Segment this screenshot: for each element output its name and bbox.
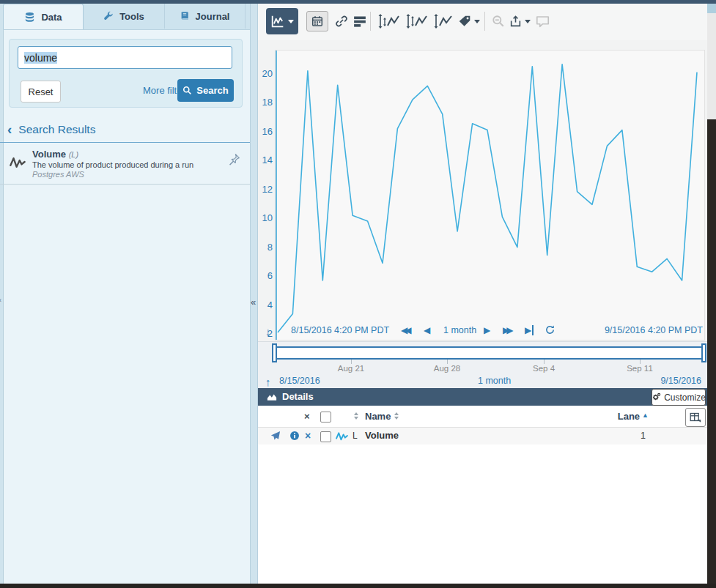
toolbar-separator [370, 12, 371, 31]
pin-icon[interactable] [228, 153, 240, 165]
sidebar-tab-bar: Data Tools Journal [3, 4, 250, 30]
details-table-empty-area [258, 444, 707, 584]
tab-data[interactable]: Data [3, 4, 84, 29]
search-input[interactable]: volume [18, 46, 232, 69]
chart-area: 2468101214161820 Aug 22Aug 29Sep 5Sep 12 [258, 40, 707, 359]
info-icon[interactable] [289, 431, 300, 441]
sidebar-collapse-handle[interactable]: « [250, 4, 258, 584]
y-tick-label: 12 [258, 184, 273, 195]
search-button[interactable]: Search [177, 79, 234, 102]
reset-button-label: Reset [29, 86, 53, 97]
comment-icon [536, 15, 550, 28]
signal-icon [10, 155, 26, 168]
details-table-row-volume[interactable]: × L Volume 1 [258, 428, 707, 444]
display-range-toolbar: ↓ 8/15/2016 4:20 PM PDT ◀◀ ◀ 1 month ▶ ▶… [258, 322, 707, 341]
result-item-unit: (L) [69, 150, 78, 159]
auto-scale-icon [433, 13, 454, 29]
display-range-duration[interactable]: 1 month [443, 325, 476, 335]
slider-tick-label: Sep 11 [627, 364, 653, 373]
tab-journal[interactable]: Journal [164, 4, 246, 29]
details-title: Details [282, 391, 314, 402]
add-column-button[interactable] [685, 408, 706, 427]
gears-icon [652, 392, 661, 402]
column-lane-header[interactable]: Lane▲ [618, 411, 649, 422]
row-lane-value: 1 [641, 431, 646, 441]
step-forward-icon[interactable]: ▶ [484, 325, 490, 335]
y-axis-tick-labels: 2468101214161820 [258, 50, 273, 339]
tab-tools-label: Tools [119, 11, 144, 22]
calendar-button[interactable] [306, 11, 328, 31]
reset-button[interactable]: Reset [21, 81, 61, 103]
tab-tools[interactable]: Tools [84, 4, 165, 29]
lanes-button[interactable] [353, 14, 367, 29]
range-slider-labels: Aug 21Aug 28Sep 4Sep 11 [275, 364, 704, 374]
row-name[interactable]: Volume [365, 430, 399, 441]
result-item-title: Volume (L) [32, 149, 78, 160]
search-icon [182, 86, 192, 95]
wrench-icon [103, 11, 114, 21]
slider-tick-label: Sep 4 [533, 364, 555, 373]
collapse-left-icon[interactable]: ‹ [0, 297, 1, 304]
investigate-range-up-icon[interactable]: ↑ [265, 376, 271, 388]
chevron-down-icon [288, 20, 294, 23]
link-icon [335, 15, 348, 28]
y-tick-label: 10 [258, 212, 273, 223]
step-forward-large-icon[interactable]: ▶▶ [503, 325, 513, 335]
range-slider-track[interactable] [273, 346, 705, 360]
customize-button[interactable]: Customize [652, 389, 706, 406]
chart-type-dropdown-button[interactable] [266, 8, 298, 34]
tab-data-label: Data [41, 12, 62, 23]
investigate-range-down-icon[interactable]: ↓ [265, 325, 271, 338]
export-button[interactable] [509, 13, 531, 29]
investigate-range-end[interactable]: 9/15/2016 [660, 376, 701, 386]
sort-asc-icon: ▲ [642, 412, 649, 419]
comment-button[interactable] [535, 15, 550, 28]
window-right-gutter [707, 13, 716, 119]
step-back-icon[interactable]: ◀ [424, 325, 430, 335]
tab-journal-label: Journal [196, 11, 230, 22]
result-item-description: The volume of product produced during a … [32, 160, 193, 169]
y-tick-label: 6 [258, 270, 273, 281]
one-axis-button[interactable] [405, 13, 429, 29]
result-item-name: Volume [32, 149, 66, 160]
step-back-large-icon[interactable]: ◀◀ [401, 325, 411, 335]
search-results-back-link[interactable]: ‹ Search Results [7, 123, 95, 136]
zoom-out-button[interactable] [491, 14, 506, 29]
result-item-volume[interactable]: Volume (L) The volume of product produce… [0, 143, 250, 185]
row-checkbox[interactable] [320, 431, 331, 442]
search-results-title: Search Results [18, 123, 95, 136]
auto-scale-button[interactable] [433, 13, 454, 29]
link-button[interactable] [334, 14, 349, 29]
row-signal-type: L [353, 431, 358, 441]
sort-icon[interactable] [394, 412, 399, 420]
desktop-bottom-edge [0, 584, 716, 588]
toolbar-separator [484, 12, 485, 31]
one-lane-button[interactable] [377, 13, 401, 29]
display-range-end[interactable]: 9/15/2016 4:20 PM PDT [605, 325, 703, 335]
trend-plot[interactable] [275, 50, 705, 340]
select-all-checkbox[interactable] [320, 412, 331, 423]
customize-label: Customize [664, 392, 706, 403]
line-chart-icon [271, 15, 284, 28]
step-to-end-icon[interactable]: ▶ [525, 325, 534, 335]
area-chart-icon [267, 392, 277, 401]
collapse-icon: « [251, 297, 256, 308]
column-name-header[interactable]: Name [365, 411, 391, 422]
zoom-out-icon [492, 15, 505, 28]
remove-all-icon[interactable]: × [304, 411, 310, 422]
navigate-to-icon[interactable] [270, 431, 281, 442]
display-range-start[interactable]: 8/15/2016 4:20 PM PDT [291, 325, 389, 335]
refresh-icon[interactable] [545, 324, 556, 335]
investigate-range-start[interactable]: 8/15/2016 [279, 376, 320, 386]
labels-dropdown-button[interactable] [457, 13, 481, 29]
investigate-range-duration[interactable]: 1 month [478, 376, 511, 386]
lanes-icon [353, 15, 366, 28]
calendar-icon [311, 15, 323, 27]
export-icon [509, 15, 522, 28]
sidebar-edge-strip[interactable]: ‹ [0, 4, 4, 584]
slider-tick-label: Aug 28 [434, 364, 460, 373]
sort-icon[interactable] [354, 412, 358, 420]
remove-item-icon[interactable]: × [305, 430, 311, 442]
result-item-datasource: Postgres AWS [32, 170, 84, 179]
signal-icon [336, 431, 348, 441]
